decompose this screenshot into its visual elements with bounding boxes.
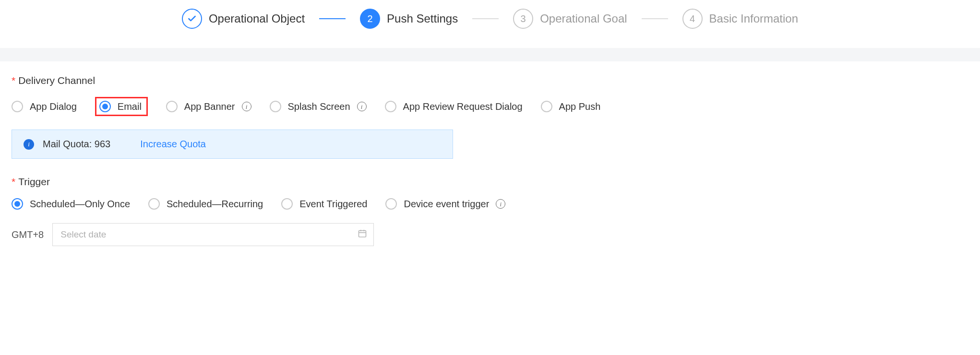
highlighted-selection: Email: [95, 97, 148, 116]
step-number-icon: 3: [513, 9, 533, 29]
radio-splash-screen[interactable]: Splash Screen i: [270, 101, 367, 112]
step-label: Operational Goal: [540, 12, 627, 25]
required-star-icon: *: [12, 75, 15, 86]
required-star-icon: *: [12, 176, 15, 188]
radio-app-push[interactable]: App Push: [541, 101, 601, 112]
info-icon[interactable]: i: [496, 199, 505, 209]
step-operational-object[interactable]: Operational Object: [182, 9, 305, 29]
radio-label: Scheduled—Recurring: [167, 199, 263, 210]
radio-label: Event Triggered: [299, 199, 367, 210]
radio-icon: [281, 198, 293, 210]
radio-label: Splash Screen: [288, 101, 350, 112]
trigger-options: Scheduled—Only Once Scheduled—Recurring …: [12, 198, 968, 210]
radio-device-event-trigger[interactable]: Device event trigger i: [385, 198, 505, 210]
info-filled-icon: i: [24, 139, 34, 150]
step-label: Operational Object: [209, 12, 305, 25]
timezone-label: GMT+8: [12, 229, 44, 240]
delivery-channel-label: * Delivery Channel: [12, 75, 968, 86]
wizard-stepper: Operational Object 2 Push Settings 3 Ope…: [0, 0, 980, 48]
radio-email[interactable]: Email: [99, 101, 142, 112]
date-input[interactable]: [52, 223, 374, 246]
radio-label: App Push: [559, 101, 601, 112]
step-connector: [472, 18, 499, 19]
step-operational-goal[interactable]: 3 Operational Goal: [513, 9, 627, 29]
radio-icon: [166, 101, 178, 112]
mail-quota-alert: i Mail Quota: 963 Increase Quota: [12, 130, 453, 159]
trigger-label-text: Trigger: [18, 176, 50, 188]
radio-event-triggered[interactable]: Event Triggered: [281, 198, 367, 210]
radio-icon: [148, 198, 160, 210]
radio-icon: [99, 101, 111, 112]
section-divider: [0, 48, 980, 61]
radio-label: Email: [118, 101, 142, 112]
step-number-icon: 2: [360, 9, 380, 29]
checkmark-icon: [182, 9, 202, 29]
date-input-wrapper: [52, 223, 374, 246]
step-basic-information[interactable]: 4 Basic Information: [682, 9, 798, 29]
radio-icon: [385, 101, 396, 112]
step-connector: [319, 18, 346, 19]
radio-app-review-request-dialog[interactable]: App Review Request Dialog: [385, 101, 523, 112]
radio-icon: [12, 101, 23, 112]
radio-label: Device event trigger: [404, 199, 489, 210]
radio-label: App Banner: [184, 101, 235, 112]
info-icon[interactable]: i: [357, 102, 367, 111]
step-push-settings[interactable]: 2 Push Settings: [360, 9, 458, 29]
delivery-channel-options: App Dialog Email App Banner i Splash Scr…: [12, 97, 968, 116]
radio-icon: [541, 101, 552, 112]
radio-icon: [12, 198, 23, 210]
mail-quota-text: Mail Quota: 963: [43, 139, 110, 150]
radio-label: App Review Request Dialog: [403, 101, 523, 112]
delivery-channel-label-text: Delivery Channel: [18, 75, 95, 86]
step-number-icon: 4: [682, 9, 703, 29]
step-connector: [642, 18, 668, 19]
radio-scheduled-only-once[interactable]: Scheduled—Only Once: [12, 198, 130, 210]
step-label: Basic Information: [709, 12, 798, 25]
radio-app-banner[interactable]: App Banner i: [166, 101, 251, 112]
schedule-date-row: GMT+8: [12, 223, 968, 246]
radio-icon: [270, 101, 281, 112]
radio-app-dialog[interactable]: App Dialog: [12, 101, 77, 112]
radio-label: Scheduled—Only Once: [30, 199, 130, 210]
radio-scheduled-recurring[interactable]: Scheduled—Recurring: [148, 198, 263, 210]
push-settings-form: * Delivery Channel App Dialog Email App …: [0, 61, 980, 265]
trigger-label: * Trigger: [12, 176, 968, 188]
increase-quota-link[interactable]: Increase Quota: [140, 139, 206, 150]
step-label: Push Settings: [387, 12, 458, 25]
info-icon[interactable]: i: [242, 102, 251, 111]
radio-icon: [385, 198, 397, 210]
radio-label: App Dialog: [30, 101, 77, 112]
